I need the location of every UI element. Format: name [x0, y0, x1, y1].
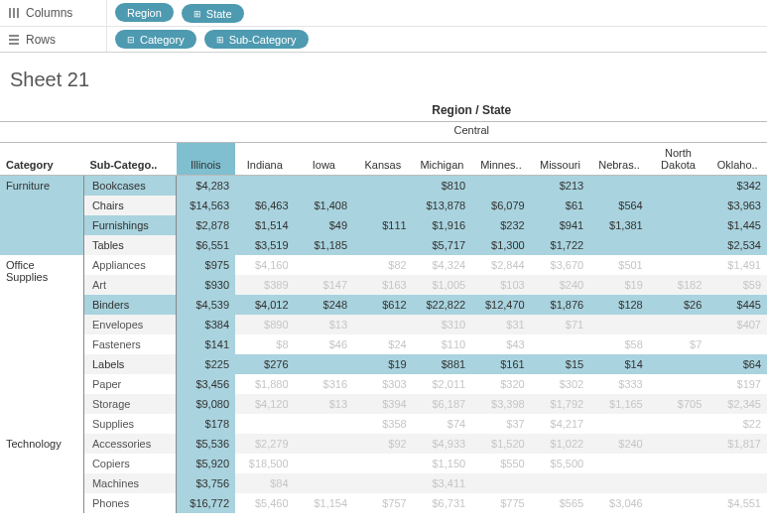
value-cell[interactable] — [353, 473, 413, 493]
value-cell[interactable]: $14,563 — [177, 196, 236, 215]
value-cell[interactable]: $161 — [471, 354, 531, 374]
category-cell[interactable]: OfficeSupplies — [0, 255, 83, 434]
value-cell[interactable]: $182 — [649, 275, 708, 295]
subcategory-cell[interactable]: Supplies — [83, 414, 176, 434]
value-cell[interactable] — [353, 315, 413, 334]
value-cell[interactable]: $163 — [353, 275, 413, 295]
table-row[interactable]: Chairs$14,563$6,463$1,408$13,878$6,079$6… — [0, 196, 767, 215]
table-row[interactable]: OfficeSuppliesAppliances$975$4,160$82$4,… — [0, 255, 767, 275]
value-cell[interactable]: $302 — [531, 374, 590, 394]
value-cell[interactable]: $3,046 — [589, 493, 649, 513]
value-cell[interactable]: $110 — [413, 334, 472, 354]
value-cell[interactable] — [649, 493, 708, 513]
subcategory-cell[interactable]: Machines — [83, 473, 176, 493]
value-cell[interactable]: $2,345 — [707, 394, 767, 414]
table-row[interactable]: Fasteners$141$8$46$24$110$43$58$7 — [0, 334, 767, 354]
dimension-pill[interactable]: ⊟Category — [115, 30, 196, 49]
subcategory-cell[interactable]: Art — [83, 275, 176, 295]
value-cell[interactable]: $240 — [531, 275, 590, 295]
category-cell[interactable]: Technology — [0, 434, 83, 513]
subcategory-cell[interactable]: Envelopes — [83, 315, 176, 334]
state-header[interactable]: Minnes.. — [471, 143, 531, 176]
value-cell[interactable]: $1,154 — [295, 493, 354, 513]
value-cell[interactable] — [649, 473, 708, 493]
crosstab-table[interactable]: Region / State Central Category Sub-Cate… — [0, 99, 767, 513]
value-cell[interactable] — [649, 414, 708, 434]
value-cell[interactable]: $5,717 — [413, 235, 472, 255]
subcategory-cell[interactable]: Phones — [83, 493, 176, 513]
value-cell[interactable]: $1,876 — [531, 295, 590, 315]
value-cell[interactable]: $14 — [589, 354, 649, 374]
subcategory-cell[interactable]: Appliances — [83, 255, 176, 275]
value-cell[interactable] — [649, 215, 708, 235]
state-header[interactable]: Nebras.. — [589, 143, 649, 176]
value-cell[interactable]: $303 — [353, 374, 413, 394]
value-cell[interactable] — [649, 235, 708, 255]
value-cell[interactable] — [295, 454, 354, 473]
value-cell[interactable]: $225 — [177, 354, 236, 374]
value-cell[interactable]: $2,534 — [707, 235, 767, 255]
value-cell[interactable] — [649, 196, 708, 215]
value-cell[interactable]: $26 — [649, 295, 708, 315]
table-row[interactable]: Machines$3,756$84$3,411 — [0, 473, 767, 493]
dimension-pill[interactable]: Region — [115, 3, 174, 22]
value-cell[interactable] — [353, 196, 413, 215]
value-cell[interactable]: $4,539 — [177, 295, 236, 315]
value-cell[interactable]: $550 — [471, 454, 531, 473]
value-cell[interactable]: $881 — [413, 354, 472, 374]
value-cell[interactable]: $6,463 — [235, 196, 295, 215]
table-row[interactable]: Binders$4,539$4,012$248$612$22,822$12,47… — [0, 295, 767, 315]
value-cell[interactable]: $4,012 — [235, 295, 295, 315]
value-cell[interactable]: $975 — [177, 255, 236, 275]
value-cell[interactable] — [589, 414, 649, 434]
value-cell[interactable] — [353, 235, 413, 255]
value-cell[interactable]: $4,217 — [531, 414, 590, 434]
subcategory-cell[interactable]: Labels — [83, 354, 176, 374]
value-cell[interactable]: $757 — [353, 493, 413, 513]
table-row[interactable]: Storage$9,080$4,120$13$394$6,187$3,398$1… — [0, 394, 767, 414]
table-row[interactable]: Labels$225$276$19$881$161$15$14$64 — [0, 354, 767, 374]
value-cell[interactable]: $4,160 — [235, 255, 295, 275]
value-cell[interactable]: $92 — [353, 434, 413, 454]
value-cell[interactable]: $1,445 — [707, 215, 767, 235]
value-cell[interactable]: $276 — [235, 354, 295, 374]
value-cell[interactable]: $3,411 — [413, 473, 472, 493]
value-cell[interactable]: $4,120 — [235, 394, 295, 414]
value-cell[interactable]: $58 — [589, 334, 649, 354]
value-cell[interactable]: $5,500 — [531, 454, 590, 473]
table-row[interactable]: Art$930$389$147$163$1,005$103$240$19$182… — [0, 275, 767, 295]
state-header[interactable]: Illinois — [177, 143, 236, 176]
value-cell[interactable]: $384 — [177, 315, 236, 334]
value-cell[interactable]: $6,731 — [413, 493, 472, 513]
value-cell[interactable] — [649, 354, 708, 374]
subcategory-cell[interactable]: Accessories — [83, 434, 176, 454]
value-cell[interactable]: $2,279 — [235, 434, 295, 454]
value-cell[interactable]: $612 — [353, 295, 413, 315]
value-cell[interactable]: $1,005 — [413, 275, 472, 295]
value-cell[interactable]: $565 — [531, 493, 590, 513]
value-cell[interactable]: $4,551 — [707, 493, 767, 513]
value-cell[interactable] — [707, 334, 767, 354]
subcategory-cell[interactable]: Fasteners — [83, 334, 176, 354]
value-cell[interactable] — [295, 434, 354, 454]
table-row[interactable]: FurnitureBookcases$4,283$810$213$342 — [0, 176, 767, 196]
value-cell[interactable]: $6,551 — [177, 235, 236, 255]
state-header[interactable]: Oklaho.. — [707, 143, 767, 176]
value-cell[interactable] — [531, 334, 590, 354]
value-cell[interactable]: $141 — [177, 334, 236, 354]
state-header[interactable]: NorthDakota — [649, 143, 708, 176]
table-row[interactable]: Paper$3,456$1,880$316$303$2,011$320$302$… — [0, 374, 767, 394]
subcategory-cell[interactable]: Chairs — [83, 196, 176, 215]
value-cell[interactable]: $3,398 — [471, 394, 531, 414]
value-cell[interactable] — [235, 414, 295, 434]
value-cell[interactable]: $4,324 — [413, 255, 472, 275]
table-row[interactable]: Envelopes$384$890$13$310$31$71$407 — [0, 315, 767, 334]
value-cell[interactable]: $240 — [589, 434, 649, 454]
value-cell[interactable]: $358 — [353, 414, 413, 434]
value-cell[interactable]: $1,150 — [413, 454, 472, 473]
table-row[interactable]: Tables$6,551$3,519$1,185$5,717$1,300$1,7… — [0, 235, 767, 255]
state-header[interactable]: Indiana — [235, 143, 295, 176]
value-cell[interactable]: $2,878 — [177, 215, 236, 235]
value-cell[interactable]: $1,916 — [413, 215, 472, 235]
columns-shelf[interactable]: Columns Region⊞State — [0, 0, 767, 26]
